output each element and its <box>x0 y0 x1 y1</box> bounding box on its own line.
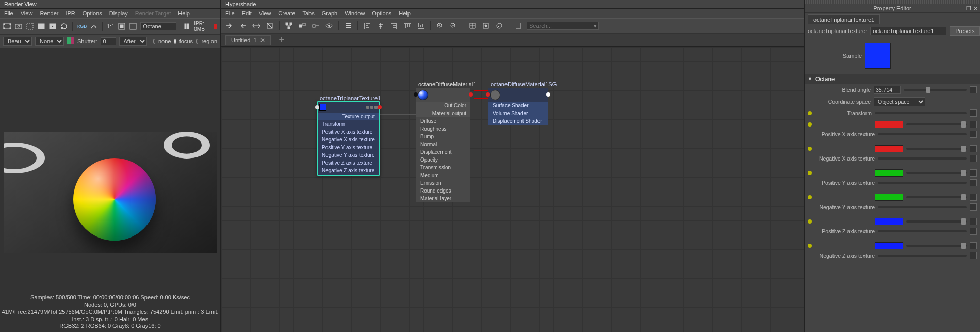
menu-render-target[interactable]: Render Target <box>135 10 171 17</box>
ipr-refresh-icon[interactable] <box>60 21 68 31</box>
axis-slider[interactable] <box>906 196 967 198</box>
map-toggle[interactable] <box>970 228 977 235</box>
renderer-field[interactable] <box>140 22 176 30</box>
align-center-icon[interactable] <box>375 21 386 31</box>
shutter-field[interactable] <box>101 37 116 45</box>
panel-grip[interactable] <box>805 0 980 4</box>
map-toggle[interactable] <box>970 155 977 162</box>
map-button-coord[interactable] <box>808 98 816 106</box>
axis-value-slider[interactable] <box>878 182 967 184</box>
node-graph[interactable]: octaneTriplanarTexture1 Texture output T… <box>221 47 804 332</box>
radio-none[interactable] <box>153 39 155 44</box>
pe-tab[interactable]: octaneTriplanarTexture1 <box>808 14 880 24</box>
map-toggle[interactable] <box>970 179 977 186</box>
zoom-out-icon[interactable] <box>448 21 459 31</box>
chevron-down-icon[interactable]: ▾ <box>594 23 597 29</box>
align-top-icon[interactable] <box>402 21 413 31</box>
time-mode-dropdown[interactable]: After <box>119 37 147 46</box>
render-icon[interactable] <box>37 21 45 31</box>
radio-focus[interactable] <box>174 39 176 44</box>
graph-input-icon[interactable] <box>224 21 235 31</box>
presets-button[interactable]: Presets <box>950 26 980 36</box>
map-toggle[interactable] <box>970 169 977 177</box>
solo-icon[interactable] <box>494 21 504 31</box>
key-indicator[interactable] <box>808 122 812 127</box>
map-toggle[interactable] <box>970 86 977 93</box>
grid-icon[interactable] <box>467 21 478 31</box>
blend-angle-field[interactable] <box>874 86 901 94</box>
axis-color-swatch[interactable] <box>875 242 903 249</box>
list-icon[interactable] <box>343 21 353 31</box>
map-toggle[interactable] <box>970 252 977 259</box>
axis-slider[interactable] <box>906 220 967 223</box>
film-icon[interactable] <box>3 21 11 31</box>
original-icon[interactable] <box>129 21 137 31</box>
node-name-field[interactable] <box>870 27 946 35</box>
map-toggle[interactable] <box>970 131 977 138</box>
radio-region[interactable] <box>196 39 198 44</box>
node-shading-group[interactable]: octaneDiffuseMaterial1SG Surface Shader … <box>488 88 548 125</box>
coord-space-dropdown[interactable]: Object space <box>874 97 925 106</box>
zoom-in-icon[interactable] <box>435 21 445 31</box>
render-viewport[interactable]: Samples: 500/500 Time: 00:00:06/00:00:06… <box>0 48 220 332</box>
hs-menu-create[interactable]: Create <box>278 10 295 17</box>
axis-value-slider[interactable] <box>878 157 967 160</box>
key-indicator[interactable] <box>808 244 812 248</box>
axis-slider[interactable] <box>906 172 967 174</box>
pause-icon[interactable] <box>183 21 191 31</box>
hs-menu-edit[interactable]: Edit <box>242 10 252 17</box>
hs-menu-graph[interactable]: Graph <box>322 10 338 17</box>
menu-ipr[interactable]: IPR <box>66 10 75 17</box>
axis-slider[interactable] <box>906 245 967 247</box>
hs-menu-view[interactable]: View <box>259 10 271 17</box>
hs-menu-window[interactable]: Window <box>345 10 365 17</box>
close-icon[interactable]: ✕ <box>973 5 978 12</box>
axis-slider[interactable] <box>906 148 967 150</box>
menu-file[interactable]: File <box>4 10 13 17</box>
key-indicator[interactable] <box>808 111 812 115</box>
axis-value-slider[interactable] <box>878 230 967 232</box>
align-left-icon[interactable] <box>362 21 372 31</box>
graph-both-icon[interactable] <box>251 21 262 31</box>
map-button-blend[interactable] <box>808 86 816 94</box>
key-indicator[interactable] <box>808 219 812 224</box>
show-hide-icon[interactable] <box>324 21 334 31</box>
clear-graph-icon[interactable] <box>265 21 275 31</box>
axis-color-swatch[interactable] <box>875 169 903 177</box>
ipr-start-icon[interactable] <box>48 21 57 31</box>
menu-help[interactable]: Help <box>178 10 190 17</box>
camera-dropdown[interactable]: None <box>35 37 64 46</box>
axis-value-slider[interactable] <box>878 206 967 208</box>
hs-menu-help[interactable]: Help <box>399 10 411 17</box>
color-mgmt-icon[interactable] <box>67 37 74 45</box>
axis-value-slider[interactable] <box>878 133 967 135</box>
axis-color-swatch[interactable] <box>875 121 903 128</box>
axis-value-slider[interactable] <box>878 255 967 257</box>
map-toggle[interactable] <box>970 121 977 128</box>
hs-menu-options[interactable]: Options <box>372 10 391 17</box>
map-toggle[interactable] <box>970 109 977 117</box>
axis-color-swatch[interactable] <box>875 194 903 201</box>
select-icon[interactable] <box>513 21 524 31</box>
menu-options[interactable]: Options <box>83 10 102 17</box>
map-toggle[interactable] <box>970 218 977 225</box>
snap-icon[interactable] <box>481 21 491 31</box>
layer-dropdown[interactable]: Beauty <box>3 37 32 46</box>
align-bottom-icon[interactable] <box>416 21 426 31</box>
key-indicator[interactable] <box>808 195 812 199</box>
fit-icon[interactable] <box>118 21 126 31</box>
snapshot-icon[interactable] <box>14 21 23 31</box>
menu-view[interactable]: View <box>21 10 33 17</box>
align-right-icon[interactable] <box>389 21 399 31</box>
map-toggle[interactable] <box>970 242 977 249</box>
restore-icon[interactable]: ❐ <box>966 5 971 12</box>
rearrange-icon[interactable] <box>284 21 294 31</box>
render-region-icon[interactable] <box>26 21 34 31</box>
map-toggle[interactable] <box>970 203 977 211</box>
transform-slider[interactable] <box>875 112 967 114</box>
search-input[interactable] <box>527 22 599 30</box>
menu-render[interactable]: Render <box>40 10 58 17</box>
blend-angle-slider[interactable] <box>904 89 967 91</box>
hs-menu-tabs[interactable]: Tabs <box>302 10 314 17</box>
tab-untitled[interactable]: Untitled_1 ✕ <box>225 35 271 45</box>
